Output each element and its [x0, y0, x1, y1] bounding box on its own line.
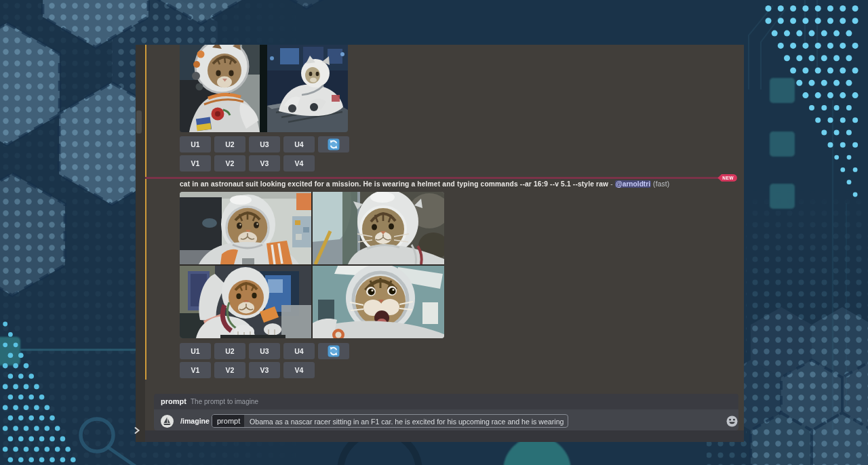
svg-text:NEW: NEW: [722, 176, 734, 180]
